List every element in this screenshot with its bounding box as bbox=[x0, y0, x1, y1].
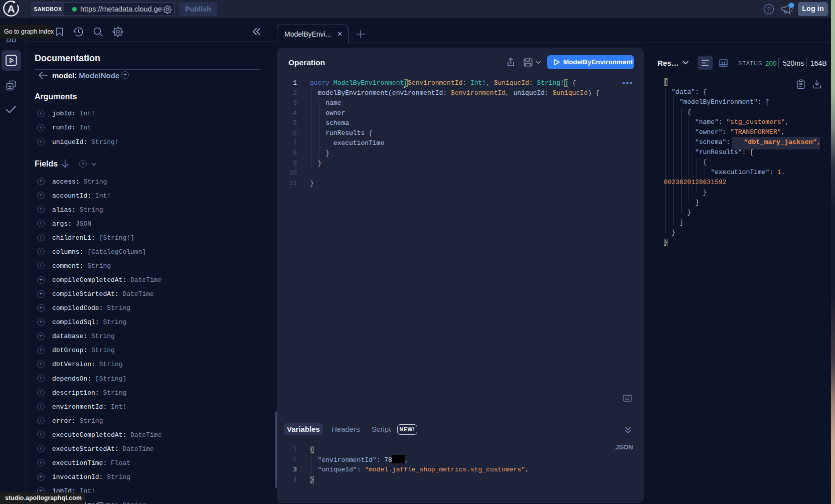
svg-text:A: A bbox=[8, 3, 15, 15]
svg-text:?: ? bbox=[767, 6, 771, 13]
